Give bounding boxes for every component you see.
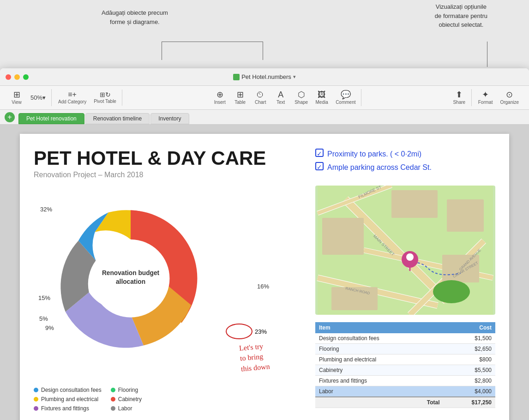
cell-cost: $5,500 — [444, 365, 495, 375]
table-row[interactable]: Labor$4,000 — [315, 386, 495, 397]
legend-dot-design — [34, 388, 38, 392]
chart-center-text-2: allocation — [116, 278, 145, 285]
shape-button[interactable]: ⬡ Shape — [292, 89, 311, 106]
text-icon: A — [278, 90, 283, 99]
comment-button[interactable]: 💬 Comment — [333, 89, 358, 106]
chart-center-text-1: Renovation budget — [102, 270, 160, 276]
add-tab-button[interactable]: + — [5, 112, 15, 122]
cell-cost: $1,500 — [444, 333, 495, 344]
cell-cost: $2,800 — [444, 375, 495, 386]
comment-icon: 💬 — [341, 90, 351, 99]
sheet-subtitle: Renovation Project – March 2018 — [34, 171, 301, 179]
insert-button[interactable]: ⊕ Insert — [210, 89, 229, 106]
annotation-line-right — [487, 42, 487, 67]
cell-item: Labor — [315, 386, 444, 397]
segment-plumbing — [95, 210, 131, 240]
toolbar-group-share: ⬆ Share — [447, 89, 472, 106]
circle-annotation-svg — [225, 322, 253, 341]
map-svg: FILMORE ST MAIN STREET RANCH ROAD CEDAR … — [315, 186, 495, 315]
tab-pet-hotel-renovation[interactable]: Pet Hotel renovation — [18, 113, 84, 124]
toolbar-group-view: ⊞ View 50%▾ — [5, 89, 52, 106]
chart-icon: ⏲ — [256, 90, 264, 99]
table-row[interactable]: Fixtures and fittings$2,800 — [315, 375, 495, 386]
toolbar-group-insert: ⊕ Insert ⊞ Table ⏲ Chart A Text ⬡ Shape … — [208, 89, 361, 106]
legend-dot-plumbing — [34, 397, 38, 402]
table-row[interactable]: Flooring$2,650 — [315, 343, 495, 354]
col-cost: Cost — [444, 322, 495, 333]
table-row[interactable]: Design consultation fees$1,500 — [315, 333, 495, 344]
cell-item: Plumbing and electrical — [315, 354, 444, 365]
app-window: Pet Hotel.numbers ▾ ⊞ View 50%▾ ≡+ Add C… — [0, 68, 529, 420]
organize-button[interactable]: ⊙ Organize — [497, 89, 522, 106]
cell-item: Fixtures and fittings — [315, 375, 444, 386]
minimize-button[interactable] — [14, 74, 20, 80]
title-text: Pet Hotel.numbers ▾ — [233, 73, 296, 80]
chart-area[interactable]: 32% 5% 15% 9% 16% — [34, 188, 274, 382]
note-item-2: Ample parking across Cedar St. — [315, 161, 495, 174]
handwriting-notes: Proximity to parks. ( < 0·2mi) Ample par… — [315, 148, 495, 174]
svg-point-20 — [406, 253, 414, 261]
pivot-table-icon: ⊞↻ — [100, 91, 111, 98]
text-button[interactable]: A Text — [271, 89, 290, 106]
note-item-1: Proximity to parks. ( < 0·2mi) — [315, 148, 495, 161]
chart-button[interactable]: ⏲ Chart — [251, 89, 270, 106]
legend-col-1: Design consultation fees Plumbing and el… — [34, 387, 102, 412]
annotation-line-left — [162, 42, 263, 60]
sheet: PET HOTEL & DAY CARE Renovation Project … — [20, 134, 509, 420]
add-category-icon: ≡+ — [68, 91, 77, 98]
maximize-button[interactable] — [23, 74, 29, 80]
tab-renovation-timeline[interactable]: Renovation timeline — [85, 113, 150, 124]
checkbox-1 — [315, 149, 324, 157]
cell-cost: $2,650 — [444, 343, 495, 354]
annotation-left: Adăugați obiecte precum forme și diagram… — [102, 8, 168, 26]
map-container: FILMORE ST MAIN STREET RANCH ROAD CEDAR … — [315, 186, 495, 315]
legend-dot-flooring — [111, 388, 115, 392]
view-icon: ⊞ — [13, 90, 20, 99]
view-button[interactable]: ⊞ View — [7, 89, 26, 106]
media-icon: 🖼 — [318, 90, 326, 99]
add-category-button[interactable]: ≡+ Add Category — [55, 90, 89, 106]
pivot-table-button[interactable]: ⊞↻ Pivot Table — [91, 90, 119, 105]
document-title: Pet Hotel.numbers — [241, 73, 291, 80]
format-button[interactable]: ✦ Format — [475, 89, 496, 106]
annotation-right: Vizualizați opțiunile de formatare pentr… — [435, 2, 487, 30]
legend-dot-cabinetry — [111, 397, 115, 402]
legend-item-labor: Labor — [111, 405, 142, 412]
legend-item-plumbing: Plumbing and electrical — [34, 396, 102, 402]
cell-item: Cabinetry — [315, 365, 444, 375]
tabbar: + Pet Hotel renovation Renovation timeli… — [0, 110, 529, 125]
pct-23-annotation: 23% — [225, 322, 267, 341]
cell-item: Flooring — [315, 343, 444, 354]
table-row[interactable]: Cabinetry$5,500 — [315, 365, 495, 375]
cost-table: Item Cost Design consultation fees$1,500… — [315, 322, 495, 408]
toolbar-group-format: ✦ Format ⊙ Organize — [473, 89, 524, 106]
zoom-button[interactable]: 50%▾ — [28, 93, 48, 102]
share-button[interactable]: ⬆ Share — [450, 89, 469, 106]
sheet-title: PET HOTEL & DAY CARE — [34, 148, 301, 169]
media-button[interactable]: 🖼 Media — [313, 89, 331, 106]
table-row[interactable]: Plumbing and electrical$800 — [315, 354, 495, 365]
total-label: Total — [315, 397, 444, 408]
checkbox-2 — [315, 162, 324, 170]
shape-icon: ⬡ — [298, 90, 305, 99]
tab-inventory[interactable]: Inventory — [150, 113, 189, 124]
cell-cost: $4,000 — [444, 386, 495, 397]
legend-dot-labor — [111, 406, 115, 411]
legend-item-design: Design consultation fees — [34, 387, 102, 393]
col-item: Item — [315, 322, 444, 333]
cell-item: Design consultation fees — [315, 333, 444, 344]
hw-note: Let's try to bring this down — [239, 341, 271, 374]
share-icon: ⬆ — [456, 90, 463, 99]
zoom-icon: 50%▾ — [30, 95, 46, 101]
organize-icon: ⊙ — [506, 90, 513, 99]
pct-label-9: 9% — [45, 324, 54, 331]
svg-rect-15 — [447, 199, 484, 232]
window-buttons — [6, 74, 29, 80]
titlebar: Pet Hotel.numbers ▾ — [0, 68, 529, 86]
table-icon: ⊞ — [237, 90, 244, 99]
close-button[interactable] — [6, 74, 11, 80]
chevron-down-icon[interactable]: ▾ — [293, 74, 296, 80]
table-button[interactable]: ⊞ Table — [231, 89, 249, 106]
total-value: $17,250 — [444, 397, 495, 408]
legend-item-flooring: Flooring — [111, 387, 142, 393]
